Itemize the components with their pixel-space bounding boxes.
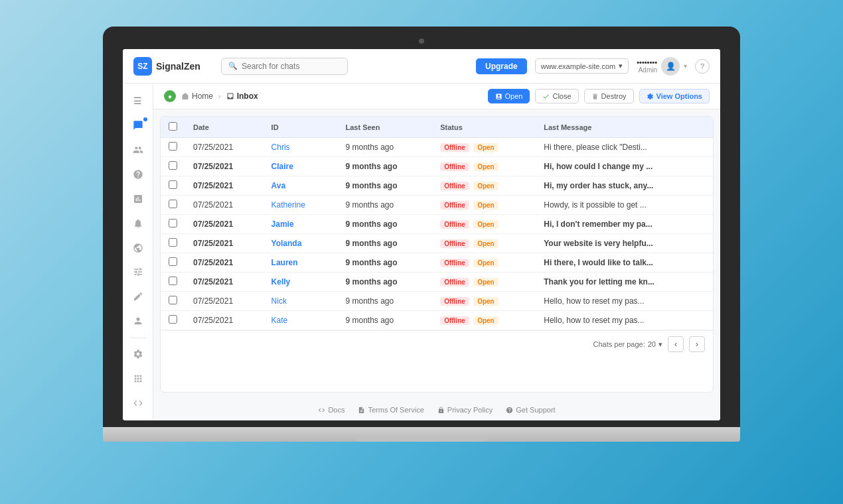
table-header-row: Date ID Last Seen Status Last Message: [161, 117, 713, 138]
row-id-3[interactable]: Katherine: [264, 196, 338, 215]
row-last-msg-4[interactable]: Hi, I don't remember my pa...: [536, 215, 713, 234]
breadcrumb-inbox[interactable]: Inbox: [226, 92, 258, 101]
close-button[interactable]: Close: [535, 89, 578, 103]
row-checkbox-8[interactable]: [169, 296, 177, 304]
row-id-0[interactable]: Chris: [264, 138, 338, 157]
docs-link[interactable]: Docs: [318, 406, 345, 414]
search-bar[interactable]: 🔍: [221, 58, 348, 75]
row-status-6: Offline Open: [432, 253, 536, 273]
row-last-msg-6[interactable]: Hi there, I would like to talk...: [536, 253, 713, 273]
chats-table: Date ID Last Seen Status Last Message: [161, 117, 713, 330]
sidebar-item-menu[interactable]: ☰: [126, 90, 150, 112]
sidebar-item-help[interactable]: [126, 164, 150, 186]
chevron-down-icon-pagination: ▾: [658, 340, 662, 349]
row-date-2: 07/25/2021: [185, 176, 264, 196]
select-all-checkbox[interactable]: [169, 122, 177, 131]
row-date-6: 07/25/2021: [185, 253, 264, 273]
open-button[interactable]: Open: [488, 89, 530, 103]
row-id-4[interactable]: Jamie: [264, 215, 338, 234]
row-id-9[interactable]: Kate: [264, 311, 338, 330]
row-last-seen-6: 9 months ago: [337, 253, 432, 273]
row-checkbox-6[interactable]: [169, 257, 177, 266]
sidebar-item-chats[interactable]: [126, 115, 150, 137]
table-container: Date ID Last Seen Status Last Message: [160, 116, 714, 393]
row-date-0: 07/25/2021: [185, 138, 264, 157]
sidebar-item-users[interactable]: [126, 139, 150, 161]
col-last-seen[interactable]: Last Seen: [337, 117, 432, 138]
row-id-7[interactable]: Kelly: [264, 273, 338, 292]
row-date-7: 07/25/2021: [185, 273, 264, 292]
row-checkbox-9[interactable]: [169, 315, 177, 324]
row-last-seen-3: 9 months ago: [337, 196, 432, 215]
row-checkbox-cell: [161, 157, 185, 176]
row-checkbox-4[interactable]: [169, 219, 177, 227]
row-id-6[interactable]: Lauren: [264, 253, 338, 273]
col-date[interactable]: Date: [185, 117, 264, 138]
row-checkbox-7[interactable]: [169, 277, 177, 285]
avatar[interactable]: 👤: [661, 57, 680, 76]
table-row: 07/25/2021 Yolanda 9 months ago Offline …: [161, 234, 713, 253]
search-icon: 🔍: [228, 62, 238, 70]
per-page-value: 20: [648, 340, 656, 348]
pagination-bar: Chats per page: 20 ▾ ‹ ›: [161, 330, 713, 357]
next-page-button[interactable]: ›: [689, 336, 705, 352]
breadcrumb-bar: ● Home › Inbox: [153, 84, 720, 109]
row-last-seen-4: 9 months ago: [337, 215, 432, 234]
row-checkbox-2[interactable]: [169, 180, 177, 189]
help-button[interactable]: ?: [695, 59, 710, 74]
support-link[interactable]: Get Support: [506, 406, 555, 414]
status-open-badge: Open: [473, 316, 498, 325]
row-last-msg-7[interactable]: Thank you for letting me kn...: [536, 273, 713, 292]
status-offline-badge: Offline: [440, 259, 469, 267]
row-id-2[interactable]: Ava: [264, 176, 338, 196]
upgrade-button[interactable]: Upgrade: [476, 58, 527, 74]
sidebar-item-profile[interactable]: [126, 310, 150, 332]
sidebar-item-analytics[interactable]: [126, 188, 150, 210]
chevron-down-icon-user: ▾: [684, 62, 687, 70]
row-last-msg-2[interactable]: Hi, my order has stuck, any...: [536, 176, 713, 196]
row-checkbox-1[interactable]: [169, 161, 177, 170]
terms-link[interactable]: Terms Of Service: [358, 406, 423, 414]
sidebar-item-notifications[interactable]: [126, 212, 150, 234]
row-checkbox-5[interactable]: [169, 238, 177, 247]
search-input[interactable]: [242, 62, 341, 71]
row-last-msg-9[interactable]: Hello, how to reset my pas...: [536, 311, 713, 330]
row-last-msg-5[interactable]: Your website is very helpfu...: [536, 234, 713, 253]
sidebar-item-settings[interactable]: [126, 344, 150, 365]
col-last-message[interactable]: Last Message: [536, 117, 713, 138]
sidebar-item-global[interactable]: [126, 237, 150, 259]
status-open-badge: Open: [473, 239, 498, 248]
site-selector[interactable]: www.example-site.com ▾: [535, 58, 629, 74]
status-offline-badge: Offline: [440, 239, 469, 248]
status-open-badge: Open: [473, 162, 498, 171]
row-id-8[interactable]: Nick: [264, 292, 338, 311]
row-status-5: Offline Open: [432, 234, 536, 253]
screen-bezel: SZ SignalZen 🔍 Upgrade www.example-site.…: [103, 27, 740, 427]
sidebar-item-edit[interactable]: [126, 286, 150, 308]
col-id[interactable]: ID: [264, 117, 338, 138]
row-last-msg-3[interactable]: Howdy, is it possible to get ...: [536, 196, 713, 215]
row-checkbox-0[interactable]: [169, 142, 177, 151]
table-row: 07/25/2021 Kate 9 months ago Offline Ope…: [161, 311, 713, 330]
sidebar-item-flow[interactable]: [126, 261, 150, 283]
sidebar-item-apps[interactable]: [126, 367, 150, 389]
row-last-msg-1[interactable]: Hi, how could I change my ...: [536, 157, 713, 176]
status-offline-badge: Offline: [440, 278, 469, 286]
row-last-msg-8[interactable]: Hello, how to reset my pas...: [536, 292, 713, 311]
view-options-button[interactable]: View Options: [639, 89, 710, 103]
col-status[interactable]: Status: [432, 117, 536, 138]
privacy-link[interactable]: Privacy Policy: [437, 406, 493, 414]
breadcrumb-home[interactable]: Home: [181, 92, 213, 101]
sidebar-item-code[interactable]: [126, 392, 150, 414]
row-date-8: 07/25/2021: [185, 292, 264, 311]
destroy-button[interactable]: Destroy: [584, 89, 634, 103]
row-id-5[interactable]: Yolanda: [264, 234, 338, 253]
row-last-msg-0[interactable]: Hi there, please click "Desti...: [536, 138, 713, 157]
row-id-1[interactable]: Claire: [264, 157, 338, 176]
row-status-7: Offline Open: [432, 273, 536, 292]
app: SZ SignalZen 🔍 Upgrade www.example-site.…: [123, 49, 720, 420]
prev-page-button[interactable]: ‹: [668, 336, 684, 352]
row-checkbox-3[interactable]: [169, 200, 177, 208]
footer: Docs Terms Of Service Privacy Policy: [153, 399, 720, 420]
table-row: 07/25/2021 Chris 9 months ago Offline Op…: [161, 138, 713, 157]
